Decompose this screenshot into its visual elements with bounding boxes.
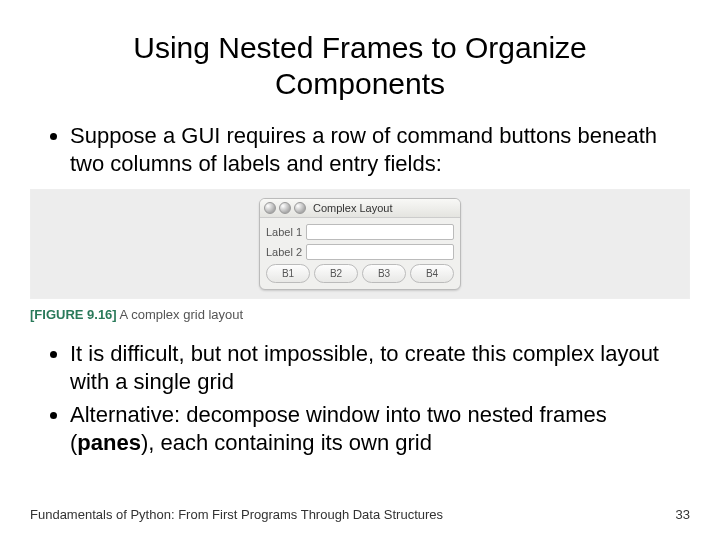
field-label: Label 1 xyxy=(266,226,302,238)
button-row: B1 B2 B3 B4 xyxy=(266,264,454,283)
form-row: Label 2 xyxy=(266,244,454,260)
footer-page-number: 33 xyxy=(676,507,690,522)
bullet-list-bottom: It is difficult, but not impossible, to … xyxy=(30,340,690,456)
figure-caption: [FIGURE 9.16] A complex grid layout xyxy=(30,307,690,322)
close-icon xyxy=(264,202,276,214)
window-body: Label 1 Label 2 B1 B2 B3 B4 xyxy=(260,218,460,289)
command-button: B1 xyxy=(266,264,310,283)
window-titlebar: Complex Layout xyxy=(260,199,460,218)
zoom-icon xyxy=(294,202,306,214)
text-field xyxy=(306,244,454,260)
figure-illustration: Complex Layout Label 1 Label 2 B1 B2 B3 … xyxy=(30,189,690,299)
text-field xyxy=(306,224,454,240)
bullet-item: It is difficult, but not impossible, to … xyxy=(70,340,690,395)
figure-caption-text: A complex grid layout xyxy=(120,307,244,322)
slide-title: Using Nested Frames to Organize Componen… xyxy=(90,30,630,102)
field-label: Label 2 xyxy=(266,246,302,258)
command-button: B2 xyxy=(314,264,358,283)
command-button: B4 xyxy=(410,264,454,283)
window-title: Complex Layout xyxy=(313,202,393,214)
bullet-item: Alternative: decompose window into two n… xyxy=(70,401,690,456)
minimize-icon xyxy=(279,202,291,214)
footer-book-title: Fundamentals of Python: From First Progr… xyxy=(30,507,443,522)
example-window: Complex Layout Label 1 Label 2 B1 B2 B3 … xyxy=(259,198,461,290)
form-row: Label 1 xyxy=(266,224,454,240)
bullet-bold: panes xyxy=(77,430,141,455)
bullet-list-top: Suppose a GUI requires a row of command … xyxy=(30,122,690,177)
command-button: B3 xyxy=(362,264,406,283)
bullet-text: ), each containing its own grid xyxy=(141,430,432,455)
figure-number: [FIGURE 9.16] xyxy=(30,307,117,322)
bullet-item: Suppose a GUI requires a row of command … xyxy=(70,122,690,177)
slide-footer: Fundamentals of Python: From First Progr… xyxy=(30,507,690,522)
